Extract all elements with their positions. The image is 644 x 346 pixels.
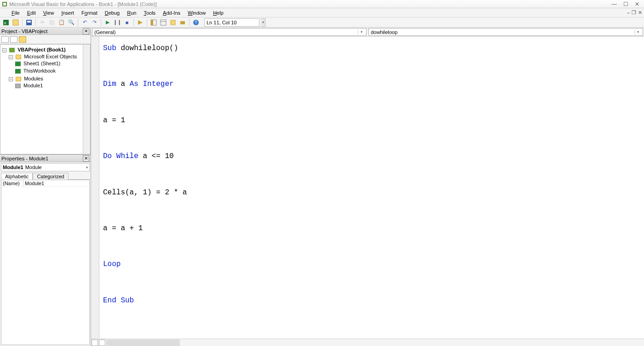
tree-scrollbar[interactable] [83, 45, 90, 154]
menu-format[interactable]: Format [78, 9, 101, 17]
chevron-down-icon: ▾ [86, 165, 88, 170]
collapse-icon[interactable]: − [2, 48, 6, 52]
find-icon[interactable]: 🔍 [67, 18, 75, 27]
cursor-position: Ln 11, Col 10 [204, 18, 259, 27]
tree-sheet1[interactable]: Sheet1 (Sheet1) [15, 60, 89, 67]
view-object-icon[interactable] [10, 36, 17, 43]
toolbox-icon[interactable] [178, 18, 187, 27]
tree-thisworkbook[interactable]: ThisWorkbook [15, 67, 89, 74]
properties-panel-header: Properties - Module1 ✕ [0, 155, 91, 162]
full-module-view-button[interactable] [99, 340, 105, 346]
mdi-restore-button[interactable]: ❐ [632, 10, 636, 16]
undo-icon[interactable]: ↶ [80, 18, 89, 27]
insert-module-icon[interactable] [12, 18, 20, 27]
view-excel-icon[interactable]: x [2, 18, 10, 27]
menu-run[interactable]: Run [124, 9, 139, 17]
collapse-icon[interactable]: − [9, 55, 13, 59]
run-icon[interactable]: ▶ [104, 18, 112, 27]
tab-alphabetic[interactable]: Alphabetic [1, 173, 33, 180]
toolbar: x ✂ ⿻ 📋 🔍 ↶ ↷ ▶ ❙❙ ■ ? Ln 11, Col 10 ▾ [0, 17, 644, 28]
properties-grid[interactable]: (Name) Module1 [1, 180, 90, 345]
tree-excel-objects[interactable]: − Microsoft Excel Objects Sheet1 (Sheet1… [9, 53, 89, 75]
break-icon[interactable]: ❙❙ [113, 18, 121, 27]
workbook-icon [15, 69, 21, 74]
tab-categorized[interactable]: Categorized [33, 173, 68, 180]
property-row[interactable]: (Name) Module1 [1, 180, 89, 187]
mdi-close-button[interactable]: ✕ [638, 10, 642, 16]
view-code-icon[interactable] [1, 36, 9, 43]
tree-project-root[interactable]: − VBAProject (Book1) − Microsoft Excel O… [2, 46, 89, 90]
svg-rect-9 [151, 20, 153, 25]
project-explorer-icon[interactable] [150, 18, 158, 27]
mdi-minimize-button[interactable]: – [627, 10, 630, 16]
project-panel-title: Project - VBAProject [1, 28, 83, 34]
procedure-dropdown[interactable]: dowhileloop ▾ [368, 28, 643, 36]
code-margin[interactable] [91, 37, 99, 339]
window-title: Microsoft Visual Basic for Applications … [9, 1, 611, 7]
property-value[interactable]: Module1 [23, 180, 89, 187]
save-icon[interactable] [25, 18, 33, 27]
menu-view[interactable]: View [40, 9, 58, 17]
paste-icon[interactable]: 📋 [58, 18, 66, 27]
menu-file[interactable]: File [8, 9, 23, 17]
svg-rect-1 [3, 3, 6, 6]
maximize-button[interactable]: ☐ [623, 1, 628, 7]
app-icon [2, 1, 7, 7]
project-panel-toolbar [0, 35, 91, 44]
project-panel-header: Project - VBAProject ✕ [0, 28, 91, 35]
chevron-down-icon: ▾ [358, 30, 364, 34]
copy-icon[interactable]: ⿻ [48, 18, 56, 27]
menu-window[interactable]: Window [184, 9, 209, 17]
property-key: (Name) [1, 180, 23, 187]
properties-object-dropdown[interactable]: Module1 Module ▾ [1, 163, 90, 171]
project-tree[interactable]: − VBAProject (Book1) − Microsoft Excel O… [0, 44, 91, 154]
tree-module1[interactable]: Module1 [15, 82, 89, 89]
project-icon [9, 48, 15, 52]
reset-icon[interactable]: ■ [123, 18, 131, 27]
svg-text:x: x [4, 21, 6, 25]
svg-rect-4 [13, 20, 18, 25]
horizontal-scrollbar[interactable] [106, 340, 180, 346]
menu-addins[interactable]: Add-Ins [160, 9, 184, 17]
folder-icon [16, 55, 21, 59]
toggle-folders-icon[interactable] [19, 36, 26, 43]
svg-rect-12 [171, 20, 175, 25]
menu-help[interactable]: Help [210, 9, 227, 17]
title-bar: Microsoft Visual Basic for Applications … [0, 0, 644, 8]
cut-icon[interactable]: ✂ [38, 18, 46, 27]
toolbar-overflow[interactable]: ▾ [261, 18, 265, 27]
project-panel-close-button[interactable]: ✕ [83, 28, 89, 34]
tree-modules[interactable]: − Modules Module1 [9, 75, 89, 90]
menu-tools[interactable]: Tools [140, 9, 159, 17]
properties-window-icon[interactable] [159, 18, 167, 27]
worksheet-icon [15, 62, 21, 66]
svg-text:?: ? [195, 20, 197, 25]
redo-icon[interactable]: ↷ [90, 18, 98, 27]
procedure-view-button[interactable] [92, 340, 98, 346]
code-editor[interactable]: Sub dowhileloop() Dim a As Integer a = 1… [99, 37, 644, 339]
svg-rect-10 [161, 20, 166, 25]
chevron-down-icon: ▾ [634, 30, 641, 34]
properties-panel-title: Properties - Module1 [1, 156, 83, 161]
svg-marker-7 [138, 20, 143, 25]
collapse-icon[interactable]: − [9, 77, 13, 81]
folder-icon [16, 77, 21, 81]
menu-insert[interactable]: Insert [58, 9, 77, 17]
code-view-buttons [91, 339, 644, 346]
menu-bar: File Edit View Insert Format Debug Run T… [0, 8, 644, 17]
properties-panel-close-button[interactable]: ✕ [83, 155, 89, 162]
minimize-button[interactable]: — [611, 1, 617, 7]
close-button[interactable]: ✕ [635, 1, 639, 7]
design-mode-icon[interactable] [136, 18, 144, 27]
menu-debug[interactable]: Debug [102, 9, 123, 17]
help-icon[interactable]: ? [192, 18, 200, 27]
svg-rect-13 [180, 21, 185, 24]
object-browser-icon[interactable] [169, 18, 177, 27]
svg-rect-6 [27, 21, 31, 23]
menu-edit[interactable]: Edit [24, 9, 39, 17]
module-icon [15, 84, 21, 88]
object-dropdown[interactable]: (General) ▾ [92, 28, 367, 36]
